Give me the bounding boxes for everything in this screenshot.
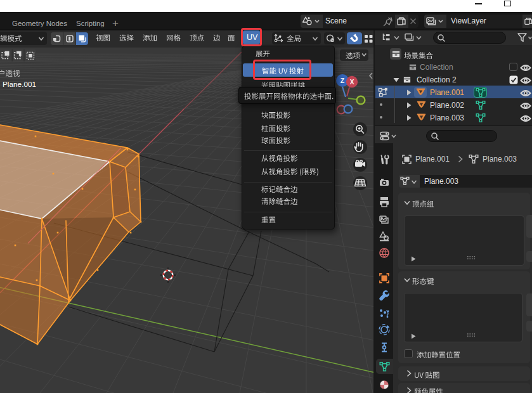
svg-text:X: X [350,79,354,86]
svg-text:Z: Z [341,77,345,84]
svg-text:Plane.001: Plane.001 [3,80,36,89]
